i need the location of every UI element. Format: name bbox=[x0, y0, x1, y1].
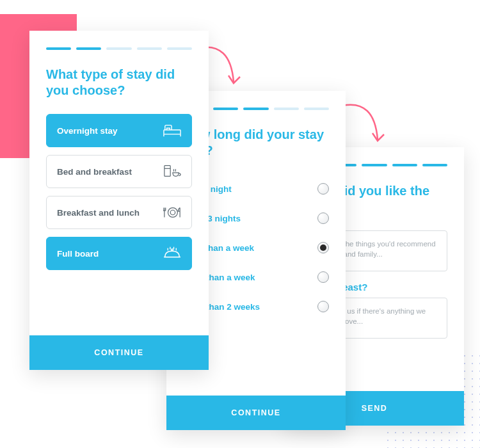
flow-arrow-2 bbox=[339, 96, 390, 147]
continue-button[interactable]: CONTINUE bbox=[29, 335, 209, 370]
bed-icon bbox=[163, 124, 181, 138]
question-title: What type of stay did you choose? bbox=[46, 67, 192, 99]
option-overnight-stay[interactable]: Overnight stay bbox=[46, 114, 192, 147]
survey-card-step-1: What type of stay did you choose? Overni… bbox=[29, 31, 209, 370]
radio-indicator bbox=[317, 183, 329, 195]
continue-button[interactable]: CONTINUE bbox=[166, 396, 346, 430]
meal-icon bbox=[163, 205, 181, 220]
breakfast-icon bbox=[163, 164, 181, 179]
option-label: Overnight stay bbox=[57, 126, 118, 136]
radio-indicator bbox=[317, 242, 329, 253]
option-bed-breakfast[interactable]: Bed and breakfast bbox=[46, 155, 192, 188]
radio-indicator bbox=[317, 212, 329, 224]
svg-point-2 bbox=[168, 208, 177, 218]
radio-indicator bbox=[317, 301, 329, 312]
option-label: Bed and breakfast bbox=[57, 167, 132, 177]
option-full-board[interactable]: Full board bbox=[46, 237, 192, 270]
svg-rect-0 bbox=[164, 130, 180, 134]
option-breakfast-lunch[interactable]: Breakfast and lunch bbox=[46, 196, 192, 229]
radio-indicator bbox=[317, 271, 329, 283]
option-label: Breakfast and lunch bbox=[57, 208, 140, 218]
option-label: Full board bbox=[57, 249, 99, 259]
progress-bar bbox=[46, 47, 192, 50]
svg-point-3 bbox=[170, 210, 175, 214]
svg-rect-1 bbox=[164, 166, 170, 177]
svg-point-4 bbox=[172, 249, 173, 251]
cloche-icon bbox=[163, 246, 181, 260]
